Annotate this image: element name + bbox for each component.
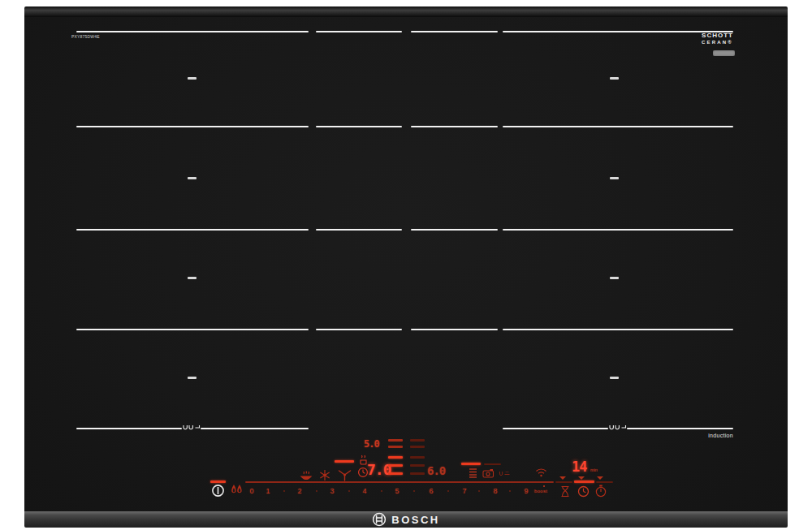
slider-number-6[interactable]: 6 bbox=[425, 487, 437, 495]
zone-line bbox=[76, 126, 309, 127]
snowflake-icon[interactable] bbox=[318, 469, 331, 481]
slider-number-5[interactable]: 5 bbox=[391, 487, 403, 495]
melt-icon[interactable] bbox=[300, 470, 313, 481]
schott-logo-line2: CERAN® bbox=[702, 40, 733, 45]
timer-display: 14 bbox=[572, 459, 586, 475]
timer-unit-label: min bbox=[590, 468, 598, 472]
zone-line bbox=[76, 229, 309, 231]
slider-tick[interactable] bbox=[447, 490, 449, 492]
pan-size-inactive-bar bbox=[484, 463, 501, 465]
pan-size-active-bar bbox=[461, 463, 481, 465]
zone-line bbox=[503, 329, 733, 330]
timer-underline bbox=[596, 481, 613, 483]
schott-badge bbox=[713, 50, 735, 56]
stopwatch-icon[interactable] bbox=[595, 485, 607, 498]
flex-indicator-bar bbox=[410, 446, 425, 448]
uv-icon[interactable] bbox=[499, 471, 511, 477]
flex-zone-icon bbox=[182, 424, 201, 432]
timer-underline bbox=[555, 481, 572, 483]
timer-underline-active bbox=[574, 480, 594, 483]
slider-number-2[interactable]: 2 bbox=[294, 487, 305, 495]
bosch-wordmark: BOSCH bbox=[391, 514, 439, 526]
slider-number-3[interactable]: 3 bbox=[326, 487, 338, 495]
cook-timer-icon[interactable] bbox=[577, 485, 590, 498]
zone-line bbox=[411, 329, 498, 330]
fan-active-bar bbox=[335, 460, 354, 463]
pan-position-dash bbox=[610, 377, 619, 379]
zone-line bbox=[627, 428, 733, 429]
schott-logo-line1: SCHOTT bbox=[702, 32, 733, 39]
flex-indicator-bar bbox=[410, 464, 425, 467]
wifi-icon[interactable] bbox=[535, 468, 547, 477]
pan-position-dash bbox=[188, 177, 197, 179]
pan-position-dash bbox=[610, 77, 619, 80]
bosch-emblem-icon bbox=[372, 512, 387, 527]
fan-icon[interactable] bbox=[337, 469, 352, 481]
hourglass-icon[interactable] bbox=[560, 485, 570, 498]
zone-line bbox=[503, 229, 733, 231]
flex-indicator-bar bbox=[388, 472, 403, 475]
slider-number-1[interactable]: 1 bbox=[262, 487, 274, 495]
select-triangle bbox=[597, 476, 603, 480]
select-triangle bbox=[559, 476, 566, 480]
pan-position-dash bbox=[188, 377, 197, 379]
schott-ceran-logo: SCHOTT CERAN® bbox=[702, 32, 733, 45]
slider-number-8[interactable]: 8 bbox=[490, 487, 501, 495]
zone-line bbox=[76, 329, 309, 330]
pan-position-dash bbox=[188, 77, 197, 80]
zone-right-level-display: 6.0 bbox=[427, 464, 445, 477]
pan-size-icon[interactable] bbox=[468, 468, 478, 478]
flex-indicator-bar bbox=[388, 464, 403, 467]
flex-indicator-bar bbox=[388, 446, 403, 448]
zone-line bbox=[201, 428, 309, 429]
slider-tick[interactable] bbox=[478, 490, 480, 492]
slider-tick[interactable] bbox=[283, 490, 285, 492]
flex-zone-icon bbox=[608, 424, 627, 432]
flex-indicator-bar bbox=[410, 456, 425, 459]
pan-position-dash bbox=[610, 277, 619, 279]
zone-line bbox=[503, 126, 733, 127]
flex-indicator-bar bbox=[410, 439, 425, 442]
zone-line bbox=[316, 329, 402, 330]
slider-line bbox=[245, 481, 554, 483]
zone-line bbox=[411, 31, 498, 32]
zone-line bbox=[76, 31, 309, 32]
power-icon[interactable] bbox=[211, 484, 225, 498]
boost-button[interactable]: boost bbox=[534, 489, 547, 493]
slider-tick[interactable] bbox=[348, 490, 350, 492]
slider-number-0[interactable]: 0 bbox=[246, 487, 257, 495]
slider-tick[interactable] bbox=[381, 490, 382, 492]
pan-position-dash bbox=[610, 177, 619, 179]
cooktop-product-image: PXY875DW4E SCHOTT CERAN® bbox=[0, 0, 812, 530]
zone-line bbox=[316, 126, 402, 127]
model-number: PXY875DW4E bbox=[71, 34, 100, 39]
select-triangle bbox=[578, 476, 585, 480]
pan-transfer-icon[interactable] bbox=[482, 468, 495, 478]
boost-dot bbox=[543, 485, 545, 487]
flames-icon[interactable] bbox=[230, 484, 244, 497]
top-metal-trim bbox=[24, 6, 788, 17]
slider-marker-line bbox=[210, 480, 226, 483]
slider-tick[interactable] bbox=[509, 490, 511, 492]
slider-number-9[interactable]: 9 bbox=[520, 487, 532, 495]
slider-number-7[interactable]: 7 bbox=[459, 487, 470, 495]
flex-indicator-bar bbox=[410, 472, 425, 475]
zone-line bbox=[503, 31, 733, 32]
zone-line bbox=[411, 126, 498, 127]
zone-line bbox=[411, 229, 498, 231]
slider-number-4[interactable]: 4 bbox=[359, 487, 370, 495]
induction-label: induction bbox=[652, 433, 733, 438]
zone-line bbox=[76, 428, 182, 429]
zone-line bbox=[503, 428, 608, 429]
pan-position-dash bbox=[188, 277, 197, 279]
zone-left-level-display: 5.0 bbox=[364, 438, 379, 450]
slider-tick[interactable] bbox=[316, 490, 317, 492]
flex-indicator-bar bbox=[388, 439, 403, 442]
bosch-logo: BOSCH bbox=[0, 512, 812, 527]
flex-indicator-bar bbox=[388, 456, 403, 459]
zone-line bbox=[316, 31, 402, 32]
slider-tick[interactable] bbox=[413, 490, 415, 492]
zone-main-level-display: 7.0 bbox=[367, 461, 391, 478]
zone-line bbox=[316, 229, 402, 231]
